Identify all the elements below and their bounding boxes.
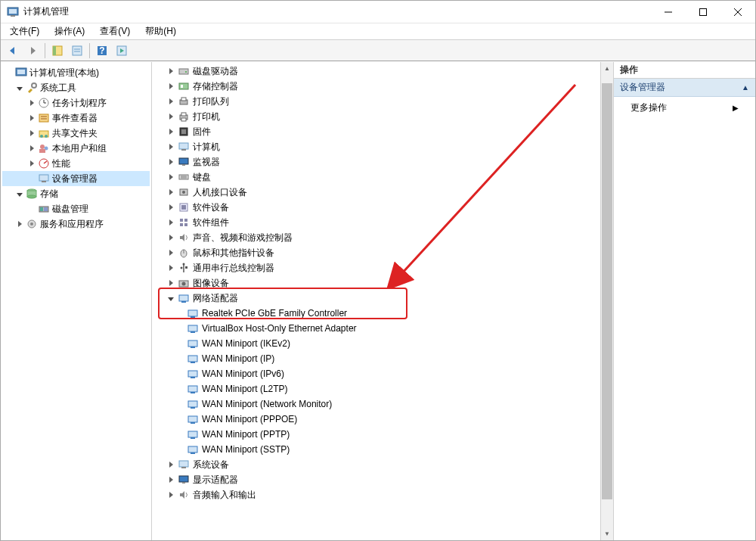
device-category-soft-devices[interactable]: 软件设备: [155, 200, 597, 215]
expander-icon[interactable]: [26, 158, 37, 169]
mouse-icon: [178, 247, 190, 259]
actions-section-title[interactable]: 设备管理器 ▲: [614, 79, 755, 97]
expander-icon[interactable]: [166, 141, 176, 152]
device-category-network-adapters[interactable]: 网络适配器: [155, 291, 597, 306]
expander-open-icon[interactable]: [166, 293, 176, 303]
expander-open-icon[interactable]: [14, 188, 25, 199]
svg-rect-89: [191, 362, 195, 363]
device-category-audio-io[interactable]: 音频输入和输出: [155, 487, 597, 502]
expander-icon[interactable]: [166, 96, 176, 107]
device-category-printers[interactable]: 打印机: [155, 109, 597, 124]
expander-icon[interactable]: [26, 98, 37, 108]
close-button[interactable]: [720, 1, 755, 23]
properties-button[interactable]: [68, 42, 86, 60]
svg-rect-50: [181, 98, 186, 101]
tree-label: 存储: [40, 188, 58, 201]
tree-event-viewer[interactable]: 事件查看器: [2, 110, 150, 126]
device-wan-ikev2[interactable]: WAN Miniport (IKEv2): [155, 336, 597, 351]
tree-task-scheduler[interactable]: 任务计划程序: [2, 95, 150, 110]
device-category-monitors[interactable]: 监视器: [155, 154, 597, 169]
menu-view[interactable]: 查看(V): [95, 23, 135, 39]
tree-shared-folders[interactable]: 共享文件夹: [2, 126, 150, 141]
expander-icon[interactable]: [166, 172, 176, 182]
action-more-actions[interactable]: 更多操作 ▶: [614, 97, 755, 119]
back-button[interactable]: [4, 42, 22, 60]
expander-icon[interactable]: [166, 474, 176, 485]
device-category-keyboards[interactable]: 键盘: [155, 169, 597, 185]
tree-device-manager[interactable]: 设备管理器: [2, 171, 150, 186]
expander-icon[interactable]: [166, 66, 176, 76]
nic-icon: [187, 307, 199, 319]
tree-system-tools[interactable]: 系统工具: [2, 80, 150, 95]
tree-performance[interactable]: 性能: [2, 156, 150, 171]
scrollbar-thumb[interactable]: [602, 83, 612, 499]
expander-icon[interactable]: [166, 247, 176, 258]
device-category-system-devices[interactable]: 系统设备: [155, 457, 597, 472]
device-label: 软件设备: [193, 201, 229, 214]
storage-icon: [26, 188, 38, 200]
keyboard-icon: [178, 171, 190, 183]
tree-services-apps[interactable]: 服务和应用程序: [2, 216, 150, 232]
expander-icon[interactable]: [166, 202, 176, 213]
show-hide-tree-button[interactable]: [48, 42, 67, 60]
tree-local-users[interactable]: 本地用户和组: [2, 141, 150, 156]
expander-icon[interactable]: [26, 113, 37, 123]
svg-rect-100: [188, 446, 197, 452]
device-category-display-adapters[interactable]: 显示适配器: [155, 472, 597, 487]
device-realtek-gbe[interactable]: Realtek PCIe GbE Family Controller: [155, 306, 597, 321]
expander-icon[interactable]: [166, 278, 176, 288]
expander-icon[interactable]: [166, 81, 176, 92]
expander-icon[interactable]: [14, 219, 25, 229]
vertical-scrollbar[interactable]: ▲ ▼: [600, 62, 613, 540]
minimize-button[interactable]: [651, 1, 686, 23]
actions-section-label: 设备管理器: [620, 81, 665, 94]
expander-open-icon[interactable]: [14, 82, 25, 93]
tree-storage[interactable]: 存储: [2, 186, 150, 201]
device-wan-netmon[interactable]: WAN Miniport (Network Monitor): [155, 396, 597, 412]
menu-file[interactable]: 文件(F): [5, 23, 44, 39]
tree-root[interactable]: 计算机管理(本地): [2, 65, 150, 80]
expander-icon[interactable]: [26, 143, 37, 154]
help-button[interactable]: ?: [93, 42, 111, 60]
expander-icon[interactable]: [4, 67, 14, 78]
device-category-disk-drives[interactable]: 磁盘驱动器: [155, 64, 597, 79]
device-category-storage-ctrl[interactable]: 存储控制器: [155, 79, 597, 94]
device-wan-ipv6[interactable]: WAN Miniport (IPv6): [155, 366, 597, 381]
expander-icon[interactable]: [166, 157, 176, 167]
forward-button[interactable]: [23, 42, 42, 60]
device-wan-pptp[interactable]: WAN Miniport (PPTP): [155, 427, 597, 442]
expander-icon[interactable]: [26, 128, 37, 138]
device-wan-pppoe[interactable]: WAN Miniport (PPPOE): [155, 412, 597, 427]
expander-icon[interactable]: [166, 111, 176, 122]
expander-icon[interactable]: [166, 217, 176, 228]
maximize-button[interactable]: [686, 1, 720, 23]
device-category-hid[interactable]: 人机接口设备: [155, 185, 597, 200]
device-vbox-adapter[interactable]: VirtualBox Host-Only Ethernet Adapter: [155, 321, 597, 336]
refresh-button[interactable]: [113, 42, 131, 60]
device-wan-sstp[interactable]: WAN Miniport (SSTP): [155, 442, 597, 457]
device-category-firmware[interactable]: 固件: [155, 124, 597, 139]
tree-disk-mgmt[interactable]: 磁盘管理: [2, 201, 150, 216]
scroll-down-button[interactable]: ▼: [601, 527, 613, 540]
svg-rect-1: [9, 9, 17, 14]
device-category-mice[interactable]: 鼠标和其他指针设备: [155, 245, 597, 260]
expander-icon[interactable]: [166, 459, 176, 470]
device-wan-l2tp[interactable]: WAN Miniport (L2TP): [155, 381, 597, 396]
device-category-computer[interactable]: 计算机: [155, 139, 597, 154]
device-category-print-queue[interactable]: 打印队列: [155, 94, 597, 109]
device-category-sound[interactable]: 声音、视频和游戏控制器: [155, 230, 597, 245]
device-category-usb[interactable]: 通用串行总线控制器: [155, 260, 597, 275]
menu-action[interactable]: 操作(A): [50, 23, 89, 39]
expander-icon[interactable]: [166, 232, 176, 243]
expander-icon[interactable]: [166, 490, 176, 500]
device-category-imaging[interactable]: 图像设备: [155, 275, 597, 291]
expander-icon[interactable]: [166, 126, 176, 137]
device-category-soft-components[interactable]: 软件组件: [155, 215, 597, 230]
expander-icon[interactable]: [166, 263, 176, 273]
expander-icon[interactable]: [166, 187, 176, 197]
menu-help[interactable]: 帮助(H): [141, 23, 181, 39]
scroll-up-button[interactable]: ▲: [601, 62, 613, 75]
device-wan-ip[interactable]: WAN Miniport (IP): [155, 351, 597, 366]
svg-rect-101: [191, 452, 195, 454]
device-label: 人机接口设备: [193, 186, 247, 199]
